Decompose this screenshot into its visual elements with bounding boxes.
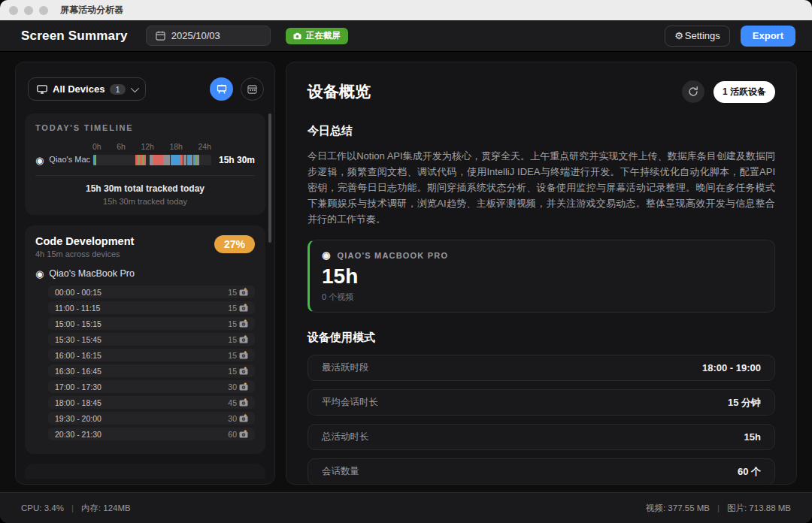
hour-label: 18h: [169, 142, 183, 151]
gear-icon: ⚙: [674, 30, 683, 41]
stat-label: 平均会话时长: [322, 396, 378, 409]
header: Screen Summary 2025/10/03 正在截屏 ⚙Settings…: [0, 20, 812, 52]
video-storage: 视频: 377.55 MB: [646, 503, 710, 514]
session-row[interactable]: 20:30 - 21:30 60: [48, 428, 255, 440]
settings-button[interactable]: ⚙Settings: [665, 26, 730, 47]
timeline-view-button[interactable]: [210, 77, 233, 101]
chevron-down-icon: [130, 83, 138, 92]
device-filter-label: All Devices: [53, 83, 105, 95]
session-row[interactable]: 15:00 - 15:15 15: [48, 317, 255, 330]
timeline-hour-labels: 0h6h12h18h24h: [92, 142, 211, 151]
timeline-segment: [144, 155, 147, 165]
footer-separator: |: [71, 503, 74, 512]
session-minutes: 60: [228, 430, 237, 439]
content-area: All Devices 1 TODAY'S TIMELINE: [0, 52, 812, 485]
session-time-range: 15:00 - 15:15: [55, 319, 102, 328]
summary-text: 今日工作以Notion API集成开发为核心，贯穿全天。上午重点研究并实现文件上…: [308, 148, 775, 227]
hour-label: 0h: [92, 142, 102, 151]
timeline-segment: [171, 155, 174, 165]
session-minutes: 15: [228, 367, 237, 376]
session-row[interactable]: 17:00 - 17:30 30: [48, 380, 255, 393]
calendar-icon: [156, 31, 165, 41]
session-row[interactable]: 15:30 - 15:45 15: [48, 333, 255, 346]
timeline-duration: 15h 30m: [211, 155, 255, 165]
session-time-range: 18:00 - 18:45: [55, 398, 102, 407]
session-minutes: 30: [228, 414, 237, 423]
stat-label: 总活动时长: [322, 431, 369, 443]
activity-percent-badge: 27%: [214, 235, 255, 253]
next-activity-card-partial: [25, 464, 265, 479]
sidebar-panel: All Devices 1 TODAY'S TIMELINE: [15, 62, 275, 485]
stat-label: 会话数量: [322, 465, 359, 478]
hour-label: 6h: [117, 142, 126, 151]
session-row[interactable]: 00:00 - 00:15 15: [48, 286, 255, 298]
camera-icon: [239, 430, 248, 438]
timeline-segment: [153, 155, 163, 165]
overview-title: 设备概览: [308, 81, 371, 102]
date-value: 2025/10/03: [171, 30, 220, 41]
timeline-device-row[interactable]: ◉ Qiao's Mac 15h 30m: [35, 155, 255, 165]
zoom-window-icon[interactable]: [39, 6, 48, 15]
session-list: 00:00 - 00:15 15 11:00 - 11:15 15: [48, 286, 255, 440]
close-window-icon[interactable]: [9, 6, 18, 15]
memory-usage: 内存: 124MB: [81, 503, 131, 514]
cpu-usage: CPU: 3.4%: [21, 503, 64, 512]
session-row[interactable]: 19:30 - 20:00 30: [48, 412, 255, 425]
activity-device-row[interactable]: ◉ Qiao's MacBook Pro: [35, 268, 255, 279]
session-row[interactable]: 18:00 - 18:45 45: [48, 396, 255, 409]
sidebar-scrollbar[interactable]: [268, 113, 271, 243]
timeline-segment: [197, 155, 199, 165]
stat-row: 平均会话时长 15 分钟: [308, 389, 775, 416]
activity-device-name: Qiao's MacBook Pro: [49, 268, 135, 279]
device-stat-card[interactable]: ◉ QIAO'S MACBOOK PRO 15h 0 个视频: [308, 240, 775, 313]
calendar-view-button[interactable]: [241, 77, 264, 101]
timeline-device-name: Qiao's Mac: [49, 155, 90, 165]
session-minutes: 15: [228, 319, 237, 328]
stat-row: 最活跃时段 18:00 - 19:00: [308, 355, 775, 381]
recording-status-badge: 正在截屏: [286, 28, 348, 44]
refresh-icon: [688, 86, 698, 97]
camera-icon: [239, 288, 248, 296]
record-icon: ◉: [35, 269, 44, 279]
window-title: 屏幕活动分析器: [60, 4, 123, 17]
refresh-button[interactable]: [682, 80, 704, 103]
camera-icon: [239, 398, 248, 407]
session-row[interactable]: 16:30 - 16:45 15: [48, 364, 255, 377]
timeline-segment: [174, 155, 176, 165]
session-row[interactable]: 16:00 - 16:15 15: [48, 349, 255, 361]
session-minutes: 15: [228, 288, 237, 297]
recording-status-label: 正在截屏: [306, 30, 341, 41]
activity-card: Code Development 4h 15m across devices 2…: [25, 225, 265, 454]
stat-row: 会话数量 60 个: [308, 458, 775, 485]
status-bar: CPU: 3.4% | 内存: 124MB 视频: 377.55 MB | 图片…: [0, 492, 812, 523]
stat-label: 最活跃时段: [322, 361, 369, 374]
timeline-segment: [183, 155, 187, 165]
session-time-range: 16:30 - 16:45: [55, 367, 102, 376]
session-minutes: 15: [228, 351, 237, 360]
app-window: 屏幕活动分析器 Screen Summary 2025/10/03 正在截屏 ⚙…: [0, 0, 812, 523]
device-filter-dropdown[interactable]: All Devices 1: [28, 77, 146, 101]
export-button[interactable]: Export: [741, 26, 795, 47]
camera-icon: [239, 351, 248, 359]
camera-icon: [239, 382, 248, 391]
session-time-range: 19:30 - 20:00: [55, 414, 102, 423]
activity-subtitle: 4h 15m across devices: [35, 249, 134, 258]
session-time-range: 20:30 - 21:30: [55, 430, 102, 439]
stat-value: 18:00 - 19:00: [702, 362, 761, 373]
traffic-lights[interactable]: [9, 6, 48, 15]
minimize-window-icon[interactable]: [24, 6, 33, 15]
page-title: Screen Summary: [21, 29, 128, 44]
date-picker[interactable]: 2025/10/03: [146, 26, 271, 46]
session-minutes: 15: [228, 335, 237, 344]
hour-label: 24h: [198, 142, 211, 151]
session-row[interactable]: 11:00 - 11:15 15: [48, 301, 255, 314]
settings-label: Settings: [685, 30, 720, 41]
hour-label: 12h: [141, 142, 154, 151]
session-time-range: 15:30 - 15:45: [55, 335, 102, 344]
session-time-range: 00:00 - 00:15: [55, 288, 102, 297]
timeline-segment: [95, 155, 96, 165]
timeline-title: TODAY'S TIMELINE: [35, 123, 255, 132]
summary-title: 今日总结: [308, 124, 775, 138]
session-time-range: 17:00 - 17:30: [55, 382, 102, 391]
titlebar: 屏幕活动分析器: [0, 0, 812, 20]
